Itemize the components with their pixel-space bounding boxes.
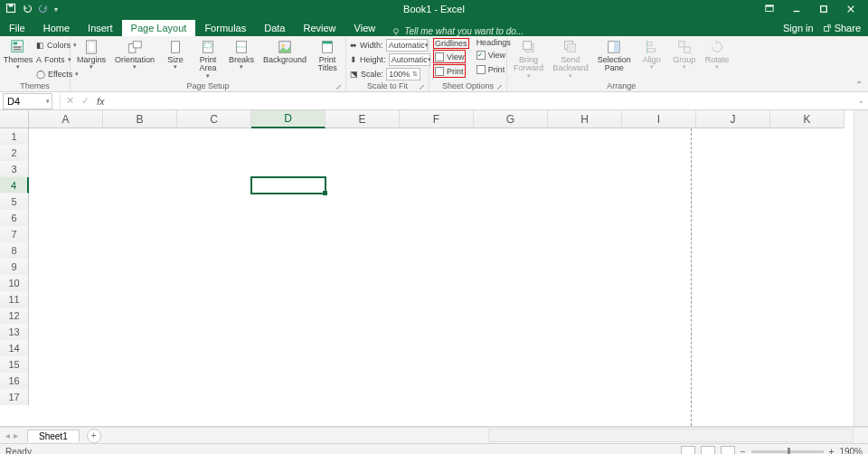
- row-header[interactable]: 6: [0, 210, 29, 226]
- column-header[interactable]: A: [29, 110, 103, 128]
- tab-formulas[interactable]: Formulas: [195, 20, 255, 36]
- row-header[interactable]: 17: [0, 389, 29, 405]
- column-header[interactable]: B: [103, 110, 177, 128]
- tab-data[interactable]: Data: [255, 20, 294, 36]
- ribbon: Themes ▾ ◧Colors▾ AFonts▾ ◯Effects▾ Them…: [0, 36, 868, 92]
- orientation-button[interactable]: Orientation▾: [112, 38, 157, 70]
- height-select[interactable]: Automatic▾: [389, 53, 430, 66]
- row-header[interactable]: 15: [0, 356, 29, 373]
- row-header[interactable]: 14: [0, 340, 29, 356]
- row-header[interactable]: 5: [0, 194, 29, 210]
- column-header[interactable]: D: [251, 110, 326, 128]
- new-sheet-button[interactable]: +: [87, 429, 101, 443]
- column-header[interactable]: G: [474, 110, 548, 128]
- headings-view-checkbox[interactable]: View: [476, 48, 505, 61]
- background-button[interactable]: Background: [260, 38, 309, 65]
- sheet-nav-prev-icon[interactable]: ◂: [5, 430, 10, 440]
- row-header[interactable]: 7: [0, 226, 29, 242]
- gridlines-print-checkbox[interactable]: Print: [433, 64, 466, 78]
- sheet-options-launcher[interactable]: ⤢: [496, 83, 503, 91]
- row-header[interactable]: 11: [0, 291, 29, 307]
- zoom-level[interactable]: 190%: [839, 447, 863, 455]
- bring-forward-button[interactable]: Bring Forward▾: [511, 38, 546, 78]
- zoom-out-button[interactable]: −: [741, 447, 746, 455]
- page-setup-launcher[interactable]: ⤢: [335, 83, 342, 91]
- normal-view-button[interactable]: [681, 446, 695, 454]
- sheet-nav-next-icon[interactable]: ▸: [14, 430, 18, 440]
- close-button[interactable]: [837, 0, 864, 18]
- row-header[interactable]: 3: [0, 161, 29, 177]
- themes-button[interactable]: Themes ▾: [4, 38, 33, 70]
- row-header[interactable]: 2: [0, 145, 29, 161]
- sheet-tab[interactable]: Sheet1: [27, 430, 80, 442]
- fx-icon[interactable]: fx: [97, 96, 105, 107]
- active-cell[interactable]: [250, 176, 326, 194]
- zoom-in-button[interactable]: +: [829, 447, 835, 455]
- row-header[interactable]: 8: [0, 242, 29, 259]
- name-box[interactable]: D4▾: [3, 93, 52, 109]
- column-header[interactable]: J: [696, 110, 770, 128]
- print-area-button[interactable]: Print Area▾: [193, 38, 222, 78]
- column-header[interactable]: E: [326, 110, 400, 128]
- tab-insert[interactable]: Insert: [79, 20, 122, 36]
- ribbon-options-icon[interactable]: [756, 0, 783, 18]
- column-header[interactable]: K: [770, 110, 844, 128]
- tab-page-layout[interactable]: Page Layout: [122, 20, 196, 36]
- qat-customize-icon[interactable]: ▾: [54, 5, 58, 14]
- cancel-formula-icon[interactable]: ✕: [66, 95, 74, 107]
- row-header[interactable]: 16: [0, 373, 29, 389]
- fill-handle[interactable]: [323, 191, 327, 195]
- scale-launcher[interactable]: ⤢: [419, 83, 425, 91]
- svg-rect-12: [14, 43, 18, 45]
- size-button[interactable]: Size▾: [161, 38, 190, 70]
- signin-link[interactable]: Sign in: [783, 23, 814, 33]
- row-header[interactable]: 9: [0, 259, 29, 275]
- print-titles-button[interactable]: Print Titles: [313, 38, 342, 74]
- select-all-corner[interactable]: [0, 110, 29, 128]
- headings-print-checkbox[interactable]: Print: [476, 62, 505, 76]
- share-button[interactable]: Share: [823, 23, 861, 33]
- horizontal-scrollbar[interactable]: [488, 429, 854, 442]
- save-icon[interactable]: [5, 3, 16, 15]
- column-header[interactable]: I: [622, 110, 696, 128]
- minimize-button[interactable]: [783, 0, 810, 18]
- gridlines-view-checkbox[interactable]: View: [433, 50, 466, 63]
- undo-icon[interactable]: [22, 3, 33, 15]
- row-header[interactable]: 1: [0, 128, 29, 145]
- vertical-scrollbar[interactable]: [854, 110, 868, 426]
- column-header[interactable]: H: [548, 110, 622, 128]
- tell-me-search[interactable]: Tell me what you want to do...: [384, 26, 524, 36]
- expand-formula-bar-icon[interactable]: ⌄: [858, 97, 864, 105]
- group-page-setup: Margins▾ Orientation▾ Size▾ Print Area▾ …: [71, 36, 346, 91]
- width-select[interactable]: Automatic▾: [386, 39, 428, 52]
- row-header[interactable]: 4: [0, 177, 29, 194]
- tab-home[interactable]: Home: [34, 20, 79, 36]
- column-header[interactable]: C: [177, 110, 251, 128]
- redo-icon[interactable]: [38, 3, 49, 15]
- align-button[interactable]: Align▾: [637, 38, 666, 70]
- send-backward-button[interactable]: Send Backward▾: [550, 38, 591, 78]
- enter-formula-icon[interactable]: ✓: [81, 95, 90, 107]
- tab-view[interactable]: View: [345, 20, 385, 36]
- formula-input[interactable]: [110, 93, 868, 109]
- tab-file[interactable]: File: [0, 20, 34, 36]
- selection-pane-button[interactable]: Selection Pane: [595, 38, 634, 74]
- column-header[interactable]: F: [400, 110, 474, 128]
- row-header[interactable]: 12: [0, 307, 29, 324]
- tab-review[interactable]: Review: [294, 20, 344, 36]
- page-layout-view-button[interactable]: [701, 446, 715, 454]
- rotate-button[interactable]: Rotate▾: [703, 38, 732, 70]
- margins-button[interactable]: Margins▾: [74, 38, 108, 70]
- breaks-button[interactable]: Breaks▾: [226, 38, 257, 70]
- row-header[interactable]: 10: [0, 275, 29, 291]
- cells-area[interactable]: [29, 128, 868, 426]
- scale-spinner[interactable]: 100%⇅: [386, 68, 420, 80]
- page-break-view-button[interactable]: [721, 446, 735, 454]
- row-header[interactable]: 13: [0, 324, 29, 340]
- collapse-ribbon-icon[interactable]: ⌃: [855, 80, 863, 90]
- group-button[interactable]: Group▾: [670, 38, 699, 70]
- svg-rect-5: [821, 6, 827, 13]
- worksheet-grid[interactable]: ABCDEFGHIJK 1234567891011121314151617: [0, 110, 868, 427]
- maximize-button[interactable]: [810, 0, 837, 18]
- zoom-slider[interactable]: [751, 450, 824, 453]
